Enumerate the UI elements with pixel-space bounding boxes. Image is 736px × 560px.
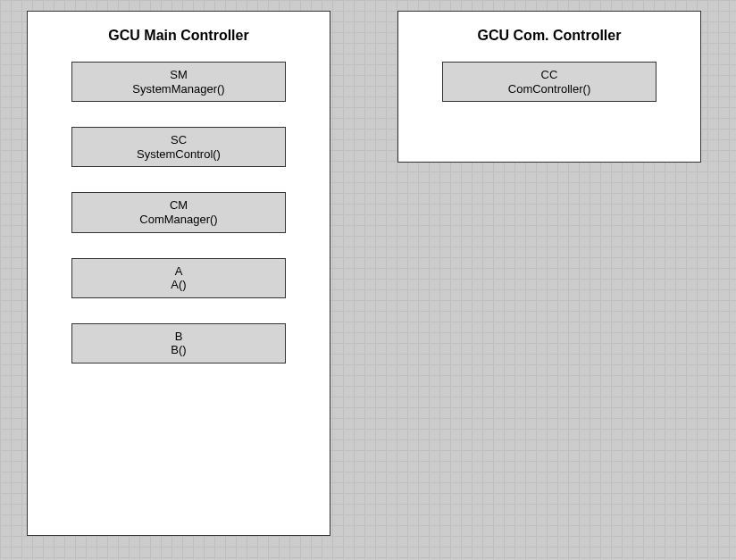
component-sc: SC SystemControl() — [71, 127, 286, 167]
component-b-name: B — [72, 330, 285, 344]
component-cm: CM ComManager() — [71, 192, 286, 232]
component-cc-func: ComController() — [443, 82, 656, 96]
component-a-name: A — [72, 264, 285, 279]
component-cc: CC ComController() — [442, 62, 657, 102]
gcu-com-controller-box: GCU Com. Controller CC ComController() — [397, 11, 701, 163]
component-cm-name: CM — [72, 198, 285, 213]
component-b: B B() — [71, 323, 286, 364]
gcu-main-controller-title: GCU Main Controller — [28, 28, 330, 44]
component-sm: SM SystemManager() — [71, 62, 286, 102]
component-a-func: A() — [72, 278, 285, 292]
component-b-func: B() — [72, 343, 285, 357]
component-sm-func: SystemManager() — [72, 82, 285, 96]
gcu-main-controller-box: GCU Main Controller SM SystemManager() S… — [27, 11, 330, 536]
component-cm-func: ComManager() — [72, 213, 285, 227]
component-sm-name: SM — [72, 68, 285, 82]
component-sc-func: SystemControl() — [72, 147, 285, 162]
gcu-com-controller-title: GCU Com. Controller — [398, 28, 700, 44]
component-a: A A() — [71, 258, 286, 298]
component-sc-name: SC — [72, 133, 285, 147]
component-cc-name: CC — [443, 68, 656, 82]
